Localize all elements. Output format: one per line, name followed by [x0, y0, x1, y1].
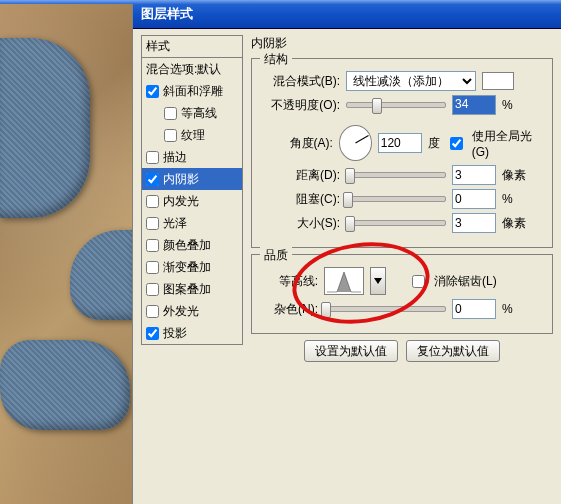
style-checkbox[interactable] — [146, 85, 159, 98]
style-checkbox[interactable] — [146, 283, 159, 296]
styles-header: 样式 — [141, 35, 243, 58]
style-checkbox[interactable] — [146, 173, 159, 186]
style-label: 等高线 — [181, 105, 217, 122]
size-label: 大小(S): — [262, 215, 340, 232]
anti-alias-label: 消除锯齿(L) — [434, 273, 497, 290]
style-row-外发光[interactable]: 外发光 — [142, 300, 242, 322]
blend-mode-label: 混合模式(B): — [262, 73, 340, 90]
style-checkbox[interactable] — [164, 129, 177, 142]
styles-column: 样式 混合选项:默认 斜面和浮雕等高线纹理描边内阴影内发光光泽颜色叠加渐变叠加图… — [141, 35, 243, 496]
percent-unit: % — [502, 98, 542, 112]
color-swatch[interactable] — [482, 72, 514, 90]
style-checkbox[interactable] — [146, 217, 159, 230]
style-label: 投影 — [163, 325, 187, 342]
angle-input[interactable] — [378, 133, 422, 153]
contour-label: 等高线: — [262, 273, 318, 290]
style-row-纹理[interactable]: 纹理 — [142, 124, 242, 146]
make-default-button[interactable]: 设置为默认值 — [304, 340, 398, 362]
style-checkbox[interactable] — [146, 305, 159, 318]
angle-unit: 度 — [428, 135, 440, 152]
style-label: 描边 — [163, 149, 187, 166]
choke-label: 阻塞(C): — [262, 191, 340, 208]
px-unit: 像素 — [502, 215, 542, 232]
quality-legend: 品质 — [260, 247, 292, 264]
structure-legend: 结构 — [260, 51, 292, 68]
style-label: 内发光 — [163, 193, 199, 210]
opacity-slider[interactable] — [346, 102, 446, 108]
style-checkbox[interactable] — [146, 151, 159, 164]
style-row-斜面和浮雕[interactable]: 斜面和浮雕 — [142, 80, 242, 102]
global-light-label: 使用全局光(G) — [472, 128, 542, 159]
choke-slider[interactable] — [346, 196, 446, 202]
distance-input[interactable] — [452, 165, 496, 185]
style-row-图案叠加[interactable]: 图案叠加 — [142, 278, 242, 300]
quality-fieldset: 品质 等高线: 消除锯齿(L) 杂色(N): — [251, 254, 553, 334]
style-label: 内阴影 — [163, 171, 199, 188]
style-row-内阴影[interactable]: 内阴影 — [142, 168, 242, 190]
contour-dropdown[interactable] — [370, 267, 386, 295]
style-label: 光泽 — [163, 215, 187, 232]
distance-label: 距离(D): — [262, 167, 340, 184]
style-checkbox[interactable] — [146, 327, 159, 340]
style-row-渐变叠加[interactable]: 渐变叠加 — [142, 256, 242, 278]
blend-mode-select[interactable]: 线性减淡（添加） — [346, 71, 476, 91]
chevron-down-icon — [374, 278, 382, 284]
style-row-描边[interactable]: 描边 — [142, 146, 242, 168]
reset-default-button[interactable]: 复位为默认值 — [406, 340, 500, 362]
contour-picker[interactable] — [324, 267, 364, 295]
styles-list: 混合选项:默认 斜面和浮雕等高线纹理描边内阴影内发光光泽颜色叠加渐变叠加图案叠加… — [141, 58, 243, 345]
percent-unit: % — [502, 192, 542, 206]
size-slider[interactable] — [346, 220, 446, 226]
blending-options-label: 混合选项:默认 — [146, 61, 221, 78]
effect-panel: 内阴影 结构 混合模式(B): 线性减淡（添加） 不透明度(O): 34 — [251, 35, 553, 496]
distance-slider[interactable] — [346, 172, 446, 178]
style-label: 渐变叠加 — [163, 259, 211, 276]
blending-options-row[interactable]: 混合选项:默认 — [142, 58, 242, 80]
structure-fieldset: 结构 混合模式(B): 线性减淡（添加） 不透明度(O): 34 % — [251, 58, 553, 248]
style-label: 纹理 — [181, 127, 205, 144]
anti-alias-checkbox[interactable] — [412, 275, 425, 288]
style-row-投影[interactable]: 投影 — [142, 322, 242, 344]
style-label: 外发光 — [163, 303, 199, 320]
style-checkbox[interactable] — [146, 195, 159, 208]
preview-image — [0, 0, 132, 504]
style-row-内发光[interactable]: 内发光 — [142, 190, 242, 212]
titlebar[interactable]: 图层样式 — [133, 0, 561, 29]
panel-title: 内阴影 — [251, 35, 553, 52]
noise-input[interactable] — [452, 299, 496, 319]
opacity-label: 不透明度(O): — [262, 97, 340, 114]
dialog-title: 图层样式 — [141, 5, 193, 23]
percent-unit: % — [502, 302, 542, 316]
style-label: 颜色叠加 — [163, 237, 211, 254]
style-checkbox[interactable] — [146, 239, 159, 252]
opacity-input[interactable]: 34 — [452, 95, 496, 115]
choke-input[interactable] — [452, 189, 496, 209]
style-row-光泽[interactable]: 光泽 — [142, 212, 242, 234]
style-checkbox[interactable] — [164, 107, 177, 120]
angle-dial[interactable] — [339, 125, 372, 161]
style-label: 斜面和浮雕 — [163, 83, 223, 100]
style-row-颜色叠加[interactable]: 颜色叠加 — [142, 234, 242, 256]
noise-label: 杂色(N): — [262, 301, 318, 318]
global-light-checkbox[interactable] — [450, 137, 463, 150]
size-input[interactable] — [452, 213, 496, 233]
noise-slider[interactable] — [324, 306, 446, 312]
style-row-等高线[interactable]: 等高线 — [142, 102, 242, 124]
layer-style-dialog: 图层样式 样式 混合选项:默认 斜面和浮雕等高线纹理描边内阴影内发光光泽颜色叠加… — [132, 0, 561, 504]
angle-label: 角度(A): — [262, 135, 333, 152]
px-unit: 像素 — [502, 167, 542, 184]
style-label: 图案叠加 — [163, 281, 211, 298]
style-checkbox[interactable] — [146, 261, 159, 274]
